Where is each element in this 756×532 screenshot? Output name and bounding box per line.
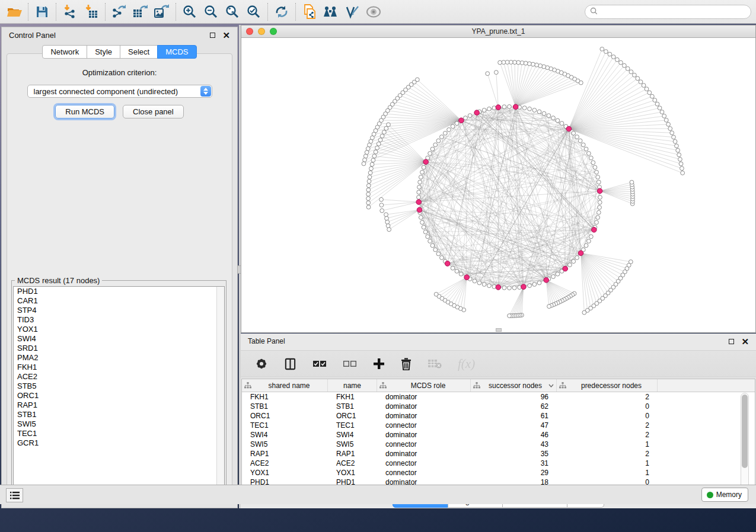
export-network-icon[interactable] [109,2,130,21]
list-item[interactable]: YOX1 [14,325,224,334]
mcds-hub-node[interactable] [566,126,572,132]
mcds-hub-node[interactable] [416,200,422,205]
tab-style[interactable]: Style [87,45,120,59]
network-node[interactable] [581,143,585,147]
network-node[interactable] [662,114,666,118]
network-node[interactable] [502,286,506,290]
network-node[interactable] [482,283,486,287]
network-node[interactable] [487,284,492,288]
network-node[interactable] [611,55,615,59]
list-item[interactable]: SRD1 [14,344,224,353]
list-item[interactable]: SWI4 [14,334,224,344]
select-all-icon[interactable] [312,360,327,368]
network-node[interactable] [578,139,582,143]
tab-mcds[interactable]: MCDS [157,45,196,59]
network-node[interactable] [596,216,600,220]
network-node[interactable] [668,127,672,131]
list-item[interactable]: STB5 [14,382,224,391]
network-node[interactable] [368,171,372,175]
table-row[interactable]: FKH1FKH1dominator962 [242,392,755,402]
column-header-predecessor-nodes[interactable]: predecessor nodes [557,379,658,392]
network-node[interactable] [619,60,623,65]
column-header-MCDS-role[interactable]: MCDS role [377,379,471,392]
table-row[interactable]: ORC1ORC1dominator610 [242,411,755,421]
network-node[interactable] [368,175,372,179]
table-row[interactable]: RAP1RAP1dominator352 [242,449,755,459]
network-node[interactable] [508,314,512,318]
network-node[interactable] [664,118,668,122]
network-node[interactable] [551,275,556,279]
first-neighbors-icon[interactable] [320,2,342,21]
list-item[interactable]: ACE2 [14,372,224,382]
network-node[interactable] [655,102,659,106]
list-item[interactable]: RAP1 [14,400,224,410]
network-node[interactable] [417,196,421,200]
network-node[interactable] [502,105,506,109]
mcds-hub-node[interactable] [417,207,422,213]
list-item[interactable]: TID3 [14,315,224,325]
network-node[interactable] [639,80,643,84]
network-node[interactable] [440,135,444,139]
gear-icon[interactable] [255,357,268,370]
network-node[interactable] [572,131,576,135]
export-image-icon[interactable] [151,2,173,21]
column-header-shared-name[interactable]: shared name [242,379,328,392]
network-node[interactable] [596,210,601,214]
import-network-icon[interactable] [59,2,81,21]
float-panel-icon[interactable] [210,33,215,38]
list-item[interactable]: ORC1 [14,391,224,400]
network-node[interactable] [362,162,366,166]
network-node[interactable] [387,227,391,232]
network-node[interactable] [645,87,649,91]
network-node[interactable] [532,283,537,287]
close-panel-icon[interactable]: ✕ [222,33,230,38]
network-node[interactable] [384,126,388,130]
network-node[interactable] [600,47,604,51]
network-node[interactable] [378,138,382,142]
network-node[interactable] [528,107,532,111]
open-icon[interactable] [4,2,25,21]
network-node[interactable] [666,122,671,126]
network-node[interactable] [589,235,593,239]
table-row[interactable]: STB1STB1dominator620 [242,402,755,411]
list-item[interactable]: STP4 [14,306,224,315]
list-item[interactable]: PHD1 [14,287,224,296]
tab-network[interactable]: Network [42,45,87,59]
network-node[interactable] [595,170,599,174]
network-node[interactable] [377,142,381,146]
network-node[interactable] [615,57,619,62]
network-node[interactable] [494,70,498,75]
network-node[interactable] [420,170,425,174]
network-node[interactable] [384,213,388,217]
list-item[interactable]: STB1 [14,410,224,419]
network-node[interactable] [379,197,384,201]
network-node[interactable] [575,256,579,260]
network-node[interactable] [680,166,684,171]
list-item[interactable]: FKH1 [14,363,224,372]
network-node[interactable] [443,131,447,135]
network-node[interactable] [447,128,451,132]
network-node[interactable] [498,60,502,65]
network-node[interactable] [584,243,588,248]
network-node[interactable] [572,259,576,264]
network-node[interactable] [660,110,664,114]
network-node[interactable] [596,175,600,180]
zoom-selected-icon[interactable] [243,2,264,21]
network-node[interactable] [436,139,441,143]
list-item[interactable]: SWI5 [14,419,224,429]
network-node[interactable] [440,256,444,260]
network-node[interactable] [516,60,521,65]
columns-icon[interactable] [284,358,296,370]
network-node[interactable] [598,200,602,204]
refresh-icon[interactable] [271,2,292,21]
network-node[interactable] [532,108,537,113]
mcds-list-scrollbar[interactable] [216,287,224,493]
network-node[interactable] [630,180,634,184]
network-node[interactable] [527,62,531,66]
network-node[interactable] [423,230,428,234]
network-node[interactable] [366,205,371,209]
network-node[interactable] [428,239,432,243]
network-node[interactable] [650,94,654,98]
network-node[interactable] [595,220,599,225]
search-box[interactable] [585,5,751,19]
